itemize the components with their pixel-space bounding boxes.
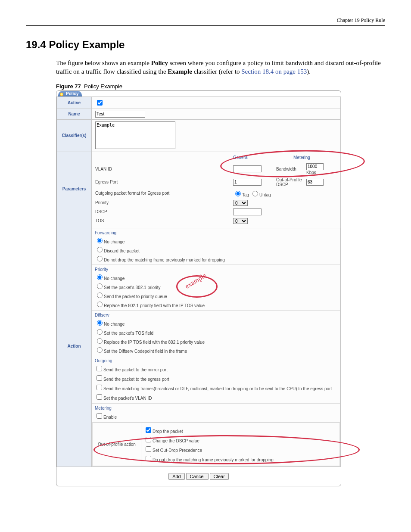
- row-label-active: Active: [57, 96, 92, 109]
- row-label-name: Name: [57, 109, 92, 119]
- oop-donotdrop-checkbox[interactable]: [146, 456, 151, 461]
- add-button[interactable]: Add: [168, 473, 185, 480]
- vlan-id-input[interactable]: [233, 165, 262, 172]
- clear-button[interactable]: Clear: [210, 473, 229, 480]
- row-label-parameters: Parameters: [57, 152, 92, 226]
- oop-action-label: Out-of-profile action: [93, 423, 141, 466]
- row-label-action: Action: [57, 226, 92, 467]
- classifiers-list[interactable]: [95, 121, 175, 149]
- pri-set8021-radio[interactable]: [97, 283, 103, 289]
- oop-drop-checkbox[interactable]: [146, 427, 151, 433]
- chapter-label: Chapter 19 Policy Rule: [337, 17, 385, 23]
- ds-setcp-radio[interactable]: [97, 347, 103, 353]
- out-matching-checkbox[interactable]: [97, 385, 102, 390]
- ds-nochange-radio[interactable]: [97, 320, 103, 326]
- policy-screenshot: example Policy Active Name Classifier(s)…: [56, 90, 341, 486]
- out-mirror-checkbox[interactable]: [97, 366, 102, 371]
- section-paragraph: The figure below shows an example Policy…: [56, 59, 385, 76]
- section-title: 19.4 Policy Example: [26, 39, 385, 51]
- bandwidth-input[interactable]: [306, 163, 324, 170]
- pri-nochange-radio[interactable]: [97, 274, 103, 280]
- out-setvlan-checkbox[interactable]: [97, 394, 102, 400]
- pri-replace-radio[interactable]: [97, 302, 103, 307]
- oop-outdrop-checkbox[interactable]: [146, 446, 151, 452]
- row-label-classifiers: Classifier(s): [57, 119, 92, 152]
- tab-policy[interactable]: Policy: [58, 91, 82, 96]
- ds-settos-radio[interactable]: [97, 329, 103, 335]
- cancel-button[interactable]: Cancel: [186, 473, 209, 480]
- untag-radio[interactable]: [252, 191, 258, 196]
- tos-select[interactable]: 0: [233, 218, 248, 224]
- dscp-input[interactable]: [233, 208, 262, 215]
- button-row: Add Cancel Clear: [56, 473, 341, 480]
- ds-replace-radio[interactable]: [97, 338, 103, 344]
- out-egress-checkbox[interactable]: [97, 375, 102, 381]
- fwd-discard-radio[interactable]: [97, 247, 103, 252]
- active-checkbox[interactable]: [97, 100, 103, 106]
- tag-radio[interactable]: [235, 191, 241, 196]
- fwd-nochange-radio[interactable]: [97, 238, 103, 243]
- metering-enable-checkbox[interactable]: [97, 413, 102, 419]
- priority-select[interactable]: 0: [233, 200, 248, 206]
- oop-dscp-input[interactable]: [306, 179, 324, 186]
- page-header: Chapter 19 Policy Rule: [26, 17, 385, 26]
- oop-changedscp-checkbox[interactable]: [146, 437, 151, 442]
- pri-queue-radio[interactable]: [97, 292, 103, 298]
- egress-port-input[interactable]: [233, 179, 262, 186]
- figure-caption: Figure 77 Policy Example: [56, 83, 385, 90]
- fwd-donotdrop-radio[interactable]: [97, 256, 103, 261]
- name-input[interactable]: [95, 111, 145, 118]
- xref-link[interactable]: Section 18.4 on page 153: [241, 68, 307, 75]
